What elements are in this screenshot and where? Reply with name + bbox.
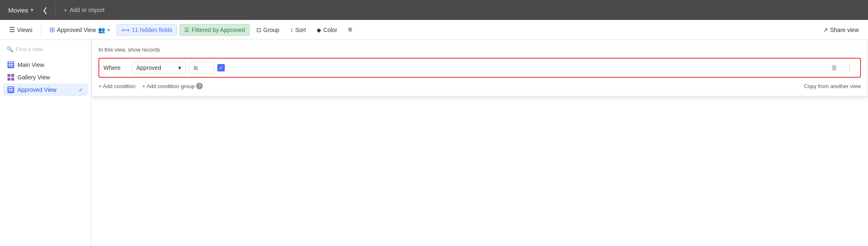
sidebar-item-approved-view[interactable]: Approved View ✓: [3, 84, 88, 96]
active-check-icon: ✓: [79, 86, 84, 93]
more-icon: ⋮: [846, 64, 853, 71]
sidebar-search[interactable]: 🔍 Find a view: [3, 44, 88, 54]
sidebar-item-gallery-view[interactable]: Gallery View: [3, 71, 88, 84]
hidden-fields-icon: ⟺: [121, 27, 130, 33]
filter-operator-label: is: [194, 64, 198, 71]
content-area: A Movie Title ▼ ✓ A 1 Avatar ✓: [91, 40, 868, 246]
copy-from-view-button[interactable]: Copy from another view: [804, 83, 861, 89]
sidebar-item-label: Main View: [17, 61, 44, 68]
filter-where-label: Where: [103, 64, 128, 71]
hamburger-icon: ☰: [9, 26, 15, 34]
filter-condition-row: Where Approved ▾ is ✓ 🗑 ⋮: [98, 58, 861, 78]
filtered-label: Filtered by Approved: [192, 27, 245, 33]
filter-delete-button[interactable]: 🗑: [829, 63, 840, 72]
filter-panel: In this view, show records Where Approve…: [91, 40, 868, 96]
search-icon: 🔍: [7, 46, 13, 52]
add-condition-label: + Add condition: [98, 83, 135, 89]
dropdown-arrow-icon: ▾: [107, 27, 110, 33]
help-icon: ?: [196, 83, 203, 89]
filter-checkmark-icon: ✓: [219, 65, 223, 71]
expand-icon: ❮: [42, 7, 48, 14]
main-layout: 🔍 Find a view Main View Gallery View App…: [0, 40, 868, 246]
table-icon: ⊞: [49, 26, 55, 34]
top-bar-separator: [55, 5, 56, 15]
sort-button[interactable]: ↕ Sort: [286, 25, 310, 35]
sort-icon: ↕: [290, 27, 293, 33]
app-title-button[interactable]: Movies ▾: [5, 5, 37, 15]
group-button[interactable]: ⊡ Group: [252, 25, 284, 35]
title-chevron-icon: ▾: [31, 7, 33, 13]
filter-field-dropdown-icon: ▾: [178, 64, 181, 71]
sort-label: Sort: [295, 27, 306, 33]
plus-icon: +: [64, 7, 67, 13]
add-import-label: Add or import: [70, 7, 105, 13]
approved-view-label: Approved View: [57, 27, 96, 33]
filter-actions: + Add condition + Add condition group ? …: [98, 83, 861, 89]
filter-button[interactable]: ☰ Filtered by Approved: [180, 24, 249, 36]
add-condition-group-button[interactable]: + Add condition group ?: [142, 83, 203, 89]
color-icon: ◆: [317, 27, 321, 33]
copy-from-view-label: Copy from another view: [804, 83, 861, 89]
top-bar: Movies ▾ ❮ + Add or import: [0, 0, 868, 20]
users-icon: 👥: [98, 27, 105, 33]
list-icon: ≡: [348, 25, 353, 34]
table-icon-approved: [7, 86, 14, 93]
group-icon: ⊡: [256, 27, 261, 33]
app-title-text: Movies: [8, 7, 28, 14]
approved-view-button[interactable]: ⊞ Approved View 👥 ▾: [45, 24, 114, 36]
group-label: Group: [263, 27, 280, 33]
add-condition-button[interactable]: + Add condition: [98, 83, 135, 89]
toolbar-separator-1: [41, 25, 41, 35]
filter-field-label: Approved: [136, 64, 161, 71]
color-label: Color: [323, 27, 337, 33]
share-view-label: Share view: [830, 27, 859, 33]
color-button[interactable]: ◆ Color: [312, 25, 341, 35]
add-condition-group-label: + Add condition group: [142, 83, 194, 89]
hidden-fields-button[interactable]: ⟺ 11 hidden fields: [117, 24, 177, 36]
toolbar: ☰ Views ⊞ Approved View 👥 ▾ ⟺ 11 hidden …: [0, 20, 868, 40]
share-view-button[interactable]: ↗ Share view: [819, 25, 863, 35]
sidebar-item-main-view[interactable]: Main View: [3, 59, 88, 71]
views-button[interactable]: ☰ Views: [5, 24, 37, 36]
filter-icon: ☰: [184, 27, 189, 33]
share-icon: ↗: [823, 27, 828, 33]
sidebar: 🔍 Find a view Main View Gallery View App…: [0, 40, 91, 246]
filter-operator-select[interactable]: is: [189, 62, 214, 74]
expand-button[interactable]: ❮: [40, 5, 50, 16]
gallery-icon: [7, 74, 14, 81]
find-view-placeholder: Find a view: [16, 46, 43, 52]
views-label: Views: [17, 27, 32, 33]
filter-more-button[interactable]: ⋮: [843, 63, 856, 73]
list-icon-button[interactable]: ≡: [344, 23, 357, 36]
filter-field-select[interactable]: Approved ▾: [132, 62, 186, 74]
table-icon-main: [7, 61, 14, 68]
filter-panel-title: In this view, show records: [98, 47, 861, 53]
delete-icon: 🗑: [831, 64, 838, 71]
filter-value-checkbox[interactable]: ✓: [217, 64, 225, 71]
sidebar-item-label: Gallery View: [17, 74, 50, 81]
hidden-fields-label: 11 hidden fields: [132, 27, 172, 33]
sidebar-item-label: Approved View: [17, 86, 57, 93]
add-import-button[interactable]: + Add or import: [61, 5, 108, 15]
